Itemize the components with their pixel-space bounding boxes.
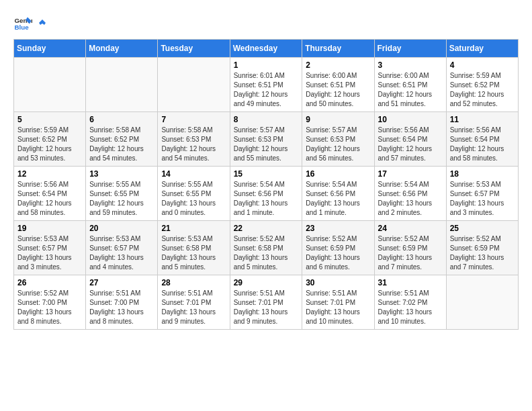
day-info: Sunrise: 5:53 AMSunset: 6:57 PMDaylight:… [450, 180, 515, 218]
day-number: 13 [89, 169, 154, 179]
day-number: 21 [161, 224, 226, 233]
sunrise-text: Sunrise: 5:51 AM [378, 289, 443, 298]
day-info: Sunrise: 5:57 AMSunset: 6:53 PMDaylight:… [306, 126, 370, 163]
calendar-cell: 2Sunrise: 6:00 AMSunset: 6:51 PMDaylight… [302, 58, 374, 112]
sunrise-text: Sunrise: 5:58 AM [161, 126, 226, 135]
header-day-saturday: Saturday [446, 40, 518, 58]
sunset-text: Sunset: 6:52 PM [89, 135, 154, 144]
day-number: 27 [89, 278, 154, 287]
sunset-text: Sunset: 7:02 PM [378, 298, 443, 308]
day-info: Sunrise: 5:56 AMSunset: 6:54 PMDaylight:… [450, 126, 515, 163]
header-day-thursday: Thursday [302, 40, 374, 58]
sunset-text: Sunset: 6:57 PM [89, 244, 154, 253]
calendar-cell [86, 58, 158, 112]
day-number: 25 [450, 224, 515, 233]
day-number: 19 [17, 224, 82, 233]
day-info: Sunrise: 5:59 AMSunset: 6:52 PMDaylight:… [450, 71, 515, 109]
day-info: Sunrise: 5:51 AMSunset: 7:00 PMDaylight:… [89, 289, 154, 326]
sunrise-text: Sunrise: 5:55 AM [89, 180, 154, 189]
sunset-text: Sunset: 7:01 PM [234, 298, 299, 308]
sunrise-text: Sunrise: 5:54 AM [234, 180, 299, 189]
calendar-cell: 17Sunrise: 5:54 AMSunset: 6:56 PMDayligh… [374, 167, 446, 221]
calendar-cell: 29Sunrise: 5:51 AMSunset: 7:01 PMDayligh… [230, 275, 302, 330]
week-row-4: 26Sunrise: 5:52 AMSunset: 7:00 PMDayligh… [14, 275, 519, 330]
day-number: 23 [306, 224, 370, 233]
day-info: Sunrise: 5:56 AMSunset: 6:54 PMDaylight:… [378, 126, 443, 163]
sunset-text: Sunset: 6:56 PM [378, 189, 443, 199]
sunset-text: Sunset: 6:52 PM [450, 81, 515, 90]
day-number: 22 [234, 224, 299, 233]
daylight-text: Daylight: 12 hours and 58 minutes. [17, 199, 82, 218]
daylight-text: Daylight: 12 hours and 54 minutes. [161, 144, 226, 163]
day-info: Sunrise: 5:51 AMSunset: 7:01 PMDaylight:… [306, 289, 370, 326]
week-row-3: 19Sunrise: 5:53 AMSunset: 6:57 PMDayligh… [14, 221, 519, 275]
logo-bird-icon [36, 17, 48, 29]
day-info: Sunrise: 5:51 AMSunset: 7:01 PMDaylight:… [234, 289, 299, 326]
daylight-text: Daylight: 12 hours and 52 minutes. [450, 90, 515, 109]
daylight-text: Daylight: 12 hours and 57 minutes. [378, 144, 443, 163]
daylight-text: Daylight: 13 hours and 5 minutes. [161, 253, 226, 272]
day-number: 18 [450, 169, 515, 179]
sunset-text: Sunset: 6:56 PM [234, 189, 299, 199]
daylight-text: Daylight: 13 hours and 1 minute. [234, 199, 299, 218]
calendar-cell: 27Sunrise: 5:51 AMSunset: 7:00 PMDayligh… [86, 275, 158, 330]
day-number: 9 [306, 115, 370, 124]
week-row-1: 5Sunrise: 5:59 AMSunset: 6:52 PMDaylight… [14, 112, 519, 167]
sunrise-text: Sunrise: 5:51 AM [161, 289, 226, 298]
sunrise-text: Sunrise: 6:00 AM [378, 71, 443, 81]
calendar-cell: 28Sunrise: 5:51 AMSunset: 7:01 PMDayligh… [158, 275, 230, 330]
sunset-text: Sunset: 6:54 PM [378, 135, 443, 144]
day-info: Sunrise: 5:52 AMSunset: 6:58 PMDaylight:… [234, 234, 299, 272]
day-info: Sunrise: 5:52 AMSunset: 6:59 PMDaylight:… [378, 234, 443, 272]
sunset-text: Sunset: 6:51 PM [306, 81, 370, 90]
sunrise-text: Sunrise: 6:00 AM [306, 71, 370, 81]
daylight-text: Daylight: 12 hours and 51 minutes. [378, 90, 443, 109]
sunset-text: Sunset: 6:54 PM [17, 189, 82, 199]
day-info: Sunrise: 5:51 AMSunset: 7:02 PMDaylight:… [378, 289, 443, 326]
day-info: Sunrise: 5:54 AMSunset: 6:56 PMDaylight:… [378, 180, 443, 218]
day-number: 14 [161, 169, 226, 179]
calendar-cell: 24Sunrise: 5:52 AMSunset: 6:59 PMDayligh… [374, 221, 446, 275]
daylight-text: Daylight: 12 hours and 58 minutes. [450, 144, 515, 163]
sunrise-text: Sunrise: 5:57 AM [234, 126, 299, 135]
sunrise-text: Sunrise: 5:56 AM [17, 180, 82, 189]
day-info: Sunrise: 5:55 AMSunset: 6:55 PMDaylight:… [161, 180, 226, 218]
day-info: Sunrise: 5:53 AMSunset: 6:57 PMDaylight:… [17, 234, 82, 272]
sunrise-text: Sunrise: 5:55 AM [161, 180, 226, 189]
calendar-cell: 20Sunrise: 5:53 AMSunset: 6:57 PMDayligh… [86, 221, 158, 275]
sunrise-text: Sunrise: 5:59 AM [450, 71, 515, 81]
daylight-text: Daylight: 13 hours and 8 minutes. [17, 308, 82, 326]
day-number: 28 [161, 278, 226, 287]
day-info: Sunrise: 5:52 AMSunset: 7:00 PMDaylight:… [17, 289, 82, 326]
sunset-text: Sunset: 6:56 PM [306, 189, 370, 199]
calendar-cell: 1Sunrise: 6:01 AMSunset: 6:51 PMDaylight… [230, 58, 302, 112]
sunrise-text: Sunrise: 6:01 AM [234, 71, 299, 81]
sunrise-text: Sunrise: 5:59 AM [17, 126, 82, 135]
daylight-text: Daylight: 12 hours and 56 minutes. [306, 144, 370, 163]
sunrise-text: Sunrise: 5:54 AM [378, 180, 443, 189]
day-number: 31 [378, 278, 443, 287]
calendar-cell [158, 58, 230, 112]
daylight-text: Daylight: 12 hours and 55 minutes. [234, 144, 299, 163]
sunrise-text: Sunrise: 5:53 AM [161, 234, 226, 244]
calendar-cell: 3Sunrise: 6:00 AMSunset: 6:51 PMDaylight… [374, 58, 446, 112]
sunset-text: Sunset: 6:55 PM [161, 189, 226, 199]
day-info: Sunrise: 5:53 AMSunset: 6:57 PMDaylight:… [89, 234, 154, 272]
daylight-text: Daylight: 12 hours and 53 minutes. [17, 144, 82, 163]
header-day-wednesday: Wednesday [230, 40, 302, 58]
day-number: 16 [306, 169, 370, 179]
sunrise-text: Sunrise: 5:52 AM [450, 234, 515, 244]
calendar-cell [446, 275, 518, 330]
sunset-text: Sunset: 6:52 PM [17, 135, 82, 144]
day-number: 15 [234, 169, 299, 179]
calendar-cell: 21Sunrise: 5:53 AMSunset: 6:58 PMDayligh… [158, 221, 230, 275]
day-number: 5 [17, 115, 82, 124]
header-day-friday: Friday [374, 40, 446, 58]
daylight-text: Daylight: 13 hours and 10 minutes. [306, 308, 370, 326]
sunset-text: Sunset: 6:53 PM [234, 135, 299, 144]
calendar-cell: 9Sunrise: 5:57 AMSunset: 6:53 PMDaylight… [302, 112, 374, 167]
daylight-text: Daylight: 12 hours and 50 minutes. [306, 90, 370, 109]
daylight-text: Daylight: 12 hours and 49 minutes. [234, 90, 299, 109]
logo-icon: General Blue [13, 13, 32, 32]
day-info: Sunrise: 5:52 AMSunset: 6:59 PMDaylight:… [450, 234, 515, 272]
